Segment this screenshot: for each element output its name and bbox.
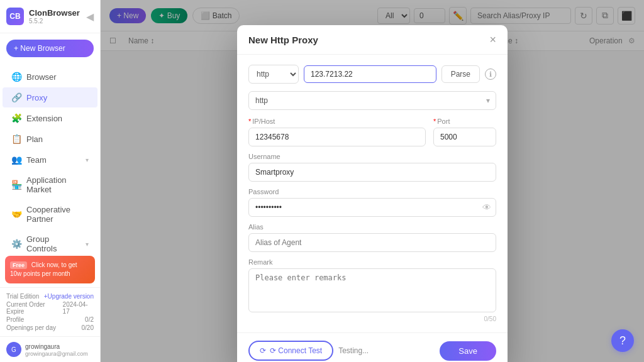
app-name: ClonBrowser [29, 8, 80, 18]
float-icon: ? [619, 334, 626, 348]
chevron-down-icon: ▾ [86, 241, 89, 248]
profile-value: 0/2 [85, 316, 94, 323]
remark-count: 0/50 [248, 315, 496, 322]
modal-header: New Http Proxy × [237, 25, 508, 55]
sidebar-trial: Trial Edition +Upgrade version Current O… [0, 287, 100, 336]
sidebar-item-extension[interactable]: 🧩 Extension [3, 108, 97, 128]
footer-right: Save [440, 341, 496, 361]
sidebar-item-proxy[interactable]: 🔗 Proxy [3, 87, 97, 107]
upgrade-link[interactable]: +Upgrade version [44, 293, 94, 300]
parse-input[interactable] [304, 65, 436, 83]
float-help-button[interactable]: ? [611, 329, 634, 352]
remark-label: Remark [248, 258, 496, 266]
app-title-group: ClonBrowser 5.5.2 [29, 8, 80, 25]
type-select-row: http https socks4 socks5 [248, 91, 496, 110]
port-group: *Port [433, 118, 496, 146]
ip-group: *IP/Host [248, 118, 426, 146]
username-label: Username [248, 153, 496, 160]
user-email: growingaura@gmail.com [25, 351, 88, 357]
type-select-wrapper: http https socks4 socks5 [248, 91, 496, 110]
user-info: growingaura growingaura@gmail.com [25, 343, 88, 357]
extension-icon: 🧩 [11, 113, 21, 123]
parse-row: http Parse ℹ [248, 65, 496, 84]
modal-body: http Parse ℹ http https socks4 socks5 [237, 55, 508, 332]
modal-title: New Http Proxy [248, 35, 318, 45]
free-badge: Free [10, 261, 27, 269]
plan-icon: 📋 [11, 134, 21, 144]
save-button[interactable]: Save [440, 341, 496, 361]
port-label: *Port [433, 118, 496, 125]
expire-date: 2024-04-17 [63, 301, 94, 315]
type-select[interactable]: http https socks4 socks5 [248, 91, 496, 110]
sidebar-item-label: Browser [26, 72, 57, 82]
sidebar-item-label: Proxy [26, 93, 47, 102]
sidebar-banner[interactable]: Free Click now, to get10w points per mon… [5, 256, 95, 283]
proto-select[interactable]: http [248, 65, 299, 84]
browser-icon: 🌐 [11, 72, 21, 82]
footer-left: ⟳ ⟳ Connect Test Testing... [248, 341, 369, 361]
sidebar-item-app-market[interactable]: 🏪 Application Market [3, 170, 97, 199]
connect-test-icon: ⟳ [260, 346, 266, 355]
new-browser-button[interactable]: + New Browser [6, 40, 94, 57]
app-market-icon: 🏪 [11, 180, 21, 190]
ip-port-row: *IP/Host *Port [248, 118, 496, 146]
sidebar-item-label: Cooperative Partner [26, 205, 89, 224]
profile-label: Profile [6, 316, 24, 323]
sidebar-item-label: Application Market [26, 175, 89, 194]
sidebar-item-label: Group Controls [26, 234, 80, 252]
password-wrapper: 👁 [248, 198, 496, 217]
username-input[interactable] [248, 163, 496, 182]
app-logo: CB [6, 8, 24, 25]
remark-textarea[interactable] [248, 268, 496, 312]
user-name: growingaura [25, 343, 88, 351]
user-avatar: G [6, 342, 21, 357]
app-version: 5.5.2 [29, 18, 80, 25]
port-input[interactable] [433, 128, 496, 146]
eye-icon[interactable]: 👁 [482, 202, 491, 212]
cooperative-icon: 🤝 [11, 209, 21, 219]
new-http-proxy-modal: New Http Proxy × http Parse ℹ [237, 25, 508, 362]
password-group: Password 👁 [248, 188, 496, 217]
group-controls-icon: ⚙️ [11, 239, 21, 249]
modal-close-button[interactable]: × [489, 34, 496, 45]
parse-button[interactable]: Parse [441, 65, 480, 83]
alias-group: Alias [248, 223, 496, 252]
trial-edition-label: Trial Edition [6, 293, 39, 300]
alias-input[interactable] [248, 233, 496, 252]
password-label: Password [248, 188, 496, 195]
username-group: Username [248, 153, 496, 182]
ip-input[interactable] [248, 128, 426, 146]
expire-label: Current Order Expire [6, 301, 63, 315]
ip-label: *IP/Host [248, 118, 426, 125]
info-icon[interactable]: ℹ [485, 69, 496, 80]
sidebar-item-group-controls[interactable]: ⚙️ Group Controls ▾ [3, 229, 97, 252]
connect-test-button[interactable]: ⟳ ⟳ Connect Test [248, 341, 333, 361]
openings-label: Openings per day [6, 324, 56, 331]
modal-overlay: New Http Proxy × http Parse ℹ [101, 0, 644, 362]
remark-group: Remark 0/50 [248, 258, 496, 322]
proxy-icon: 🔗 [11, 92, 21, 102]
sidebar-item-cooperative[interactable]: 🤝 Cooperative Partner [3, 200, 97, 229]
sidebar-menu: 🌐 Browser 🔗 Proxy 🧩 Extension 📋 Plan 👥 T… [0, 63, 100, 252]
connect-test-label: ⟳ Connect Test [270, 346, 322, 355]
sidebar-item-browser[interactable]: 🌐 Browser [3, 67, 97, 87]
openings-value: 0/20 [82, 324, 94, 331]
chevron-down-icon: ▾ [86, 156, 89, 163]
sidebar-header: CB ClonBrowser 5.5.2 ◀ [0, 0, 100, 33]
sidebar-item-label: Team [26, 155, 47, 165]
sidebar-item-plan[interactable]: 📋 Plan [3, 129, 97, 149]
sidebar: CB ClonBrowser 5.5.2 ◀ + New Browser 🌐 B… [0, 0, 101, 362]
testing-label: Testing... [338, 346, 369, 355]
main-content: + New ✦ Buy ⬜ Batch All ✏️ ↻ ⧉ ⬛ ☐ Name … [101, 0, 644, 362]
sidebar-collapse-btn[interactable]: ◀ [86, 11, 94, 23]
team-icon: 👥 [11, 155, 21, 165]
modal-footer: ⟳ ⟳ Connect Test Testing... Save [237, 332, 508, 362]
sidebar-item-label: Plan [26, 134, 43, 144]
password-input[interactable] [248, 198, 496, 217]
sidebar-item-team[interactable]: 👥 Team ▾ [3, 150, 97, 170]
sidebar-item-label: Extension [26, 114, 62, 123]
alias-label: Alias [248, 223, 496, 231]
sidebar-user: G growingaura growingaura@gmail.com [0, 336, 100, 362]
